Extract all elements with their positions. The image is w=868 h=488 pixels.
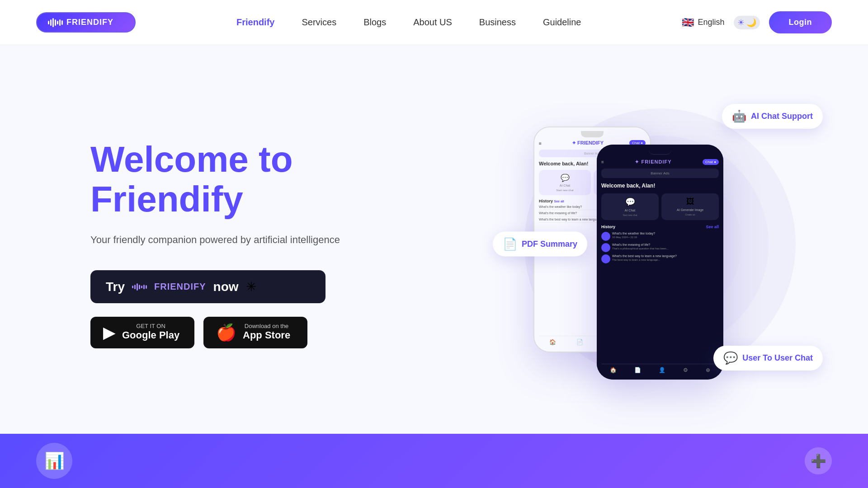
nav-item-business[interactable]: Business (479, 17, 516, 28)
try-brand: FRIENDIFY (154, 282, 206, 292)
pdf-summary-badge: 📄 PDF Summary (493, 232, 587, 257)
try-banner: Try FRIENDIFY now ✳ (90, 270, 326, 303)
chat-item: What's the meaning of life? That's a phi… (601, 243, 719, 252)
bar-chart-icon: 📊 (44, 451, 65, 470)
ai-chat-label: AI Chat Support (751, 112, 813, 121)
phone-mockups: ≡ ✦ FRIENDIFY Chat ● Banner Ads Welcome … (506, 90, 814, 398)
app-store-small: Download on the (243, 323, 290, 329)
user-chat-badge: 💬 User To User Chat (713, 346, 823, 371)
nav-item-friendify[interactable]: Friendify (236, 17, 274, 28)
phone-front-screen: ≡ ✦ FRIENDIFY Chat ● Banner Ads Welcome … (597, 145, 723, 380)
chat-item: What's the weather like today? 10 May 20… (601, 232, 719, 241)
phone-front: ≡ ✦ FRIENDIFY Chat ● Banner Ads Welcome … (597, 145, 723, 380)
navbar: FRIENDIFY Friendify Services Blogs About… (0, 0, 868, 45)
nav-link-business[interactable]: Business (479, 17, 516, 27)
chat-label: User To User Chat (742, 353, 813, 363)
google-play-small: GET IT ON (122, 323, 179, 329)
hero-section: Welcome to Friendify Your friendly compa… (0, 45, 868, 434)
chat-item: What's the best way to learn a new langu… (601, 254, 719, 263)
nav-link-about[interactable]: About US (413, 17, 452, 27)
language-label: English (698, 18, 724, 27)
nav-links: Friendify Services Blogs About US Busine… (236, 17, 581, 28)
hero-subtitle: Your friendly companion powered by artif… (90, 232, 340, 248)
nav-item-services[interactable]: Services (302, 17, 336, 28)
store-buttons: ▶ GET IT ON Google Play 🍎 Download on th… (90, 317, 340, 348)
logo-wave (48, 18, 63, 27)
sun-icon: ☀ (737, 18, 745, 28)
app-store-large: App Store (243, 329, 290, 342)
google-play-icon: ▶ (103, 323, 116, 342)
try-label: Try (106, 280, 125, 294)
language-selector[interactable]: 🇬🇧 English (682, 17, 724, 28)
chat-icon: 💬 (723, 351, 738, 365)
apple-icon: 🍎 (216, 323, 236, 342)
logo-text: FRIENDIFY (66, 18, 113, 27)
footer-strip: 📊 ➕ (0, 434, 868, 488)
pdf-icon: 📄 (503, 237, 517, 251)
login-button[interactable]: Login (769, 11, 832, 33)
footer-icon-right: ➕ (805, 447, 832, 474)
spark-icon: ✳ (246, 279, 256, 294)
nav-item-about[interactable]: About US (413, 17, 452, 28)
flag-icon: 🇬🇧 (682, 17, 694, 28)
google-play-button[interactable]: ▶ GET IT ON Google Play (90, 317, 194, 348)
hero-left: Welcome to Friendify Your friendly compa… (90, 140, 340, 348)
ai-chat-badge: 🤖 AI Chat Support (722, 104, 823, 129)
app-store-button[interactable]: 🍎 Download on the App Store (203, 317, 307, 348)
nav-link-blogs[interactable]: Blogs (363, 17, 386, 27)
nav-item-guideline[interactable]: Guideline (543, 17, 581, 28)
logo[interactable]: FRIENDIFY (36, 12, 136, 33)
nav-link-guideline[interactable]: Guideline (543, 17, 581, 27)
ai-chat-icon: 🤖 (732, 109, 746, 123)
moon-icon: 🌙 (746, 18, 756, 28)
nav-right: 🇬🇧 English ☀ 🌙 Login (682, 11, 832, 33)
plus-icon: ➕ (811, 454, 826, 469)
pdf-label: PDF Summary (522, 239, 577, 249)
theme-toggle[interactable]: ☀ 🌙 (734, 16, 760, 29)
footer-icon-left: 📊 (36, 443, 72, 479)
hero-title: Welcome to Friendify (90, 140, 340, 219)
nav-item-blogs[interactable]: Blogs (363, 17, 386, 28)
nav-link-friendify[interactable]: Friendify (236, 17, 274, 27)
try-wave (132, 283, 147, 291)
try-now: now (213, 280, 239, 294)
nav-link-services[interactable]: Services (302, 17, 336, 27)
google-play-large: Google Play (122, 329, 179, 342)
